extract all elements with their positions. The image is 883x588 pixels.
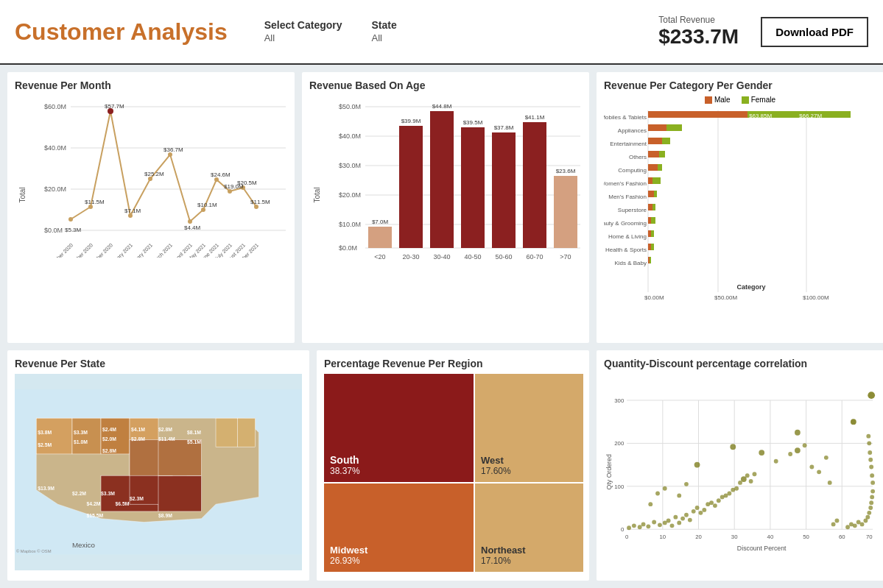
svg-text:$60.0M: $60.0M (44, 103, 66, 110)
svg-rect-110 (648, 244, 651, 250)
svg-text:Men's Fashion: Men's Fashion (608, 194, 647, 200)
revenue-label: Total Revenue (658, 15, 739, 25)
svg-point-222 (870, 489, 875, 494)
svg-rect-96 (652, 177, 661, 184)
svg-point-191 (695, 506, 700, 510)
svg-text:$2.8M: $2.8M (102, 448, 116, 454)
svg-text:$57.7M: $57.7M (105, 103, 124, 110)
svg-text:>70: >70 (560, 253, 571, 261)
svg-text:$20.0M: $20.0M (44, 185, 66, 193)
svg-text:$100.00M: $100.00M (803, 294, 829, 301)
svg-text:$6.5M: $6.5M (115, 502, 129, 508)
svg-text:$30.0M: $30.0M (339, 162, 361, 169)
svg-text:Computing: Computing (618, 167, 647, 174)
svg-rect-113 (648, 257, 650, 263)
scatter-title: Quantity-Discount percentage correlation (604, 358, 876, 369)
svg-text:$50.0M: $50.0M (339, 103, 361, 110)
total-revenue-box: Total Revenue $233.7M (658, 15, 739, 49)
svg-rect-84 (666, 124, 682, 131)
svg-point-234 (803, 444, 807, 448)
svg-text:$2.3M: $2.3M (130, 497, 144, 503)
svg-text:0: 0 (625, 534, 629, 540)
us-map-svg: Mexico $3.8M $2.5M $3.3M $1.0M $2.4M $2.… (15, 374, 302, 570)
svg-point-214 (856, 520, 861, 525)
svg-point-227 (868, 450, 872, 455)
bar-age-4 (492, 132, 516, 248)
svg-point-218 (867, 511, 871, 515)
svg-text:$40.0M: $40.0M (44, 144, 66, 152)
svg-text:$23.6M: $23.6M (556, 168, 576, 174)
svg-text:$8.1M: $8.1M (187, 430, 201, 436)
svg-text:Others: Others (629, 154, 647, 160)
svg-point-180 (652, 520, 656, 525)
svg-text:$8.9M: $8.9M (158, 513, 172, 519)
download-pdf-button[interactable]: Download PDF (761, 17, 868, 47)
region-treemap: South 38.37% West 17.60% Midwest 26.93% … (324, 374, 582, 570)
svg-point-192 (699, 511, 703, 515)
svg-rect-87 (662, 138, 670, 144)
svg-point-237 (824, 456, 829, 460)
male-legend-label: Male (714, 96, 731, 104)
svg-text:October 2020: October 2020 (48, 242, 74, 258)
svg-text:$11.5M: $11.5M (85, 199, 105, 205)
svg-point-178 (641, 523, 646, 527)
svg-point-206 (749, 479, 753, 483)
svg-point-207 (753, 472, 757, 477)
svg-point-228 (867, 442, 871, 446)
svg-text:$41.1M: $41.1M (525, 114, 545, 121)
svg-point-14 (188, 219, 192, 224)
filter-category[interactable]: Select Category All (264, 19, 342, 44)
svg-rect-108 (651, 230, 654, 237)
svg-point-232 (788, 452, 792, 456)
svg-rect-98 (648, 191, 654, 197)
revenue-state-panel: Revenue Per State (7, 350, 309, 581)
svg-rect-122 (237, 419, 255, 447)
svg-text:10: 10 (660, 534, 666, 540)
revenue-month-title: Revenue Per Month (15, 79, 287, 91)
male-legend-color (705, 96, 712, 104)
svg-text:$2.2M: $2.2M (72, 492, 86, 497)
svg-text:40-50: 40-50 (464, 253, 481, 261)
svg-text:$2.0M: $2.0M (102, 437, 116, 443)
filter-state[interactable]: State All (372, 19, 397, 44)
age-y-label: Total (313, 187, 321, 202)
svg-point-179 (646, 525, 650, 529)
svg-text:$0.0M: $0.0M (339, 244, 357, 252)
svg-text:$15.5M: $15.5M (86, 513, 103, 519)
svg-point-197 (717, 499, 721, 503)
svg-point-238 (828, 481, 832, 485)
region-west: West 17.60% (475, 374, 583, 482)
svg-point-217 (865, 515, 870, 520)
bar-age-0 (368, 227, 392, 248)
revenue-age-chart: $50.0M $40.0M $30.0M $20.0M $10.0M $0.0M (337, 96, 588, 294)
svg-point-199 (724, 494, 728, 498)
svg-text:20: 20 (695, 534, 702, 540)
row-1: Revenue Per Month Total $60.0M $40.0M $2… (7, 72, 883, 343)
svg-text:300: 300 (614, 397, 625, 404)
svg-point-200 (727, 492, 731, 496)
filters: Select Category All State All (264, 19, 637, 44)
svg-text:$11.4M: $11.4M (158, 437, 175, 443)
svg-point-240 (835, 519, 840, 523)
revenue-month-chart: $60.0M $40.0M $20.0M $0.0M (43, 96, 293, 258)
svg-point-247 (684, 482, 689, 486)
svg-text:$63.85M: $63.85M (749, 113, 772, 119)
svg-text:$10.1M: $10.1M (197, 202, 217, 208)
page-title: Customer Analysis (15, 18, 228, 46)
svg-rect-90 (659, 151, 665, 157)
svg-text:50-60: 50-60 (495, 253, 512, 261)
svg-text:$3.3M: $3.3M (101, 492, 115, 497)
revenue-age-panel: Revenue Based On Age Total $50.0M $40.0M… (302, 72, 589, 343)
svg-text:0: 0 (621, 527, 625, 534)
svg-rect-125 (158, 476, 202, 512)
svg-point-231 (774, 459, 778, 464)
svg-rect-127 (158, 440, 202, 476)
svg-text:$3.8M: $3.8M (38, 430, 52, 436)
svg-text:$5.1M: $5.1M (187, 440, 201, 446)
svg-point-187 (680, 517, 685, 521)
svg-text:$20.0M: $20.0M (339, 191, 361, 199)
svg-point-236 (817, 470, 821, 475)
svg-rect-121 (216, 419, 237, 447)
svg-point-184 (670, 524, 675, 528)
svg-point-242 (795, 430, 801, 436)
